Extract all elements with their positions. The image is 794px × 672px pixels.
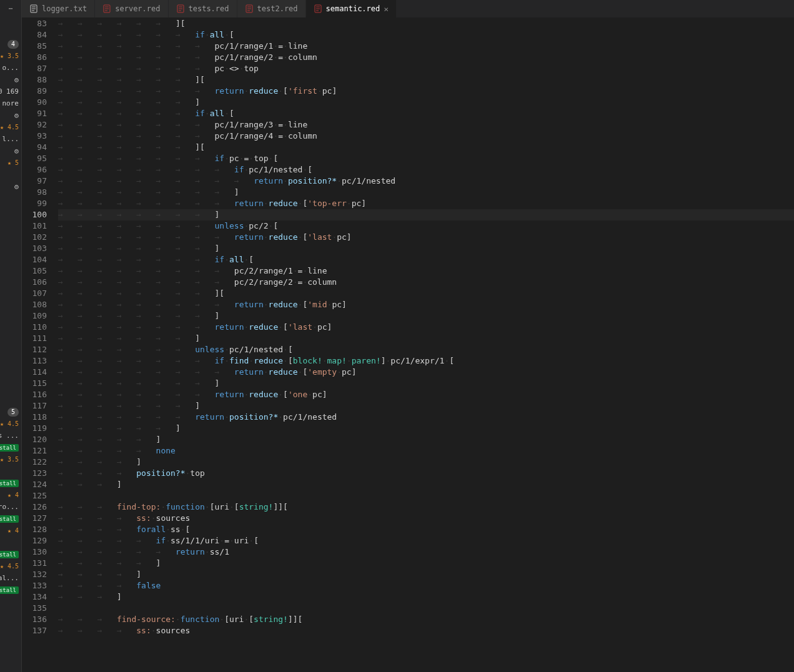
- code-line[interactable]: → → → → → → → → return·reduce·['first·pc…: [58, 86, 794, 97]
- code-line[interactable]: → → → → → → → → → return·reduce·['mid·pc…: [58, 299, 794, 310]
- code-line[interactable]: → → → → → → → → pc/1/range/3·=·line: [58, 119, 794, 131]
- code-line[interactable]: → → → → position?*·top: [58, 468, 794, 479]
- sidebar-row: [0, 26, 21, 38]
- code-line[interactable]: → → → → → → → → → return·reduce·['last·p…: [58, 232, 794, 243]
- sidebar-row: [0, 240, 21, 252]
- gear-icon[interactable]: ⚙: [14, 147, 19, 156]
- code-line[interactable]: → → → → → if·ss/1/1/uri·=·uri·[: [58, 535, 794, 546]
- code-line[interactable]: → → → → ss:·sources: [58, 513, 794, 524]
- gear-icon[interactable]: ⚙: [14, 76, 19, 84]
- code-line[interactable]: → → → → → → → ]: [58, 400, 794, 412]
- code-line[interactable]: → → → → → → → → if·all·[: [58, 254, 794, 265]
- sidebar-row[interactable]: Install: [0, 513, 21, 525]
- code-line[interactable]: → → → → → → return·ss/1: [58, 546, 794, 558]
- code-line[interactable]: → → → → → → → → pc/1/range/1·=·line: [58, 41, 794, 52]
- sidebar-row[interactable]: ★ 4.5: [0, 560, 21, 572]
- code-line[interactable]: → → → → → → → → → ]: [58, 187, 794, 198]
- line-number: 104: [27, 254, 47, 265]
- code-line[interactable]: → → → → → → → → if·find·reduce·[block!·m…: [58, 355, 794, 367]
- gear-icon[interactable]: ⚙: [14, 182, 19, 191]
- code-line[interactable]: [58, 603, 794, 614]
- code-line[interactable]: → → → → → → → if·all·[: [58, 108, 794, 119]
- code-content[interactable]: → → → → → → ][→ → → → → → → if·all·[→ → …: [58, 18, 794, 672]
- code-line[interactable]: → → → → ]: [58, 457, 794, 468]
- code-line[interactable]: → → → → → → → unless·pc/1/nested·[: [58, 344, 794, 355]
- code-line[interactable]: → → → → → → → → pc/1/range/4·=·column: [58, 131, 794, 142]
- sidebar-row[interactable]: Install: [0, 477, 21, 489]
- code-line[interactable]: → → → → → → → → unless·pc/2·[: [58, 220, 794, 232]
- sidebar-row: [0, 358, 21, 370]
- code-line[interactable]: → → → → → → → → ]: [58, 243, 794, 254]
- install-button[interactable]: Install: [0, 444, 19, 452]
- code-line[interactable]: → → → → → ]: [58, 434, 794, 445]
- code-line[interactable]: → → → → → → → → → if·pc/1/nested·[: [58, 164, 794, 175]
- code-line[interactable]: → → → → → → → ]: [58, 97, 794, 108]
- code-line[interactable]: → → → → → → ]: [58, 423, 794, 434]
- code-line[interactable]: → → → → → → → → return·reduce·['last·pc]: [58, 322, 794, 333]
- sidebar-row[interactable]: ★ 4: [0, 525, 21, 536]
- code-line[interactable]: → → → → → → → if·all·[: [58, 29, 794, 41]
- code-line[interactable]: → → → → → → → → → return·reduce·['empty·…: [58, 367, 794, 378]
- editor-tabs[interactable]: logger.txtserver.redtests.redtest2.redse…: [22, 0, 794, 18]
- gear-icon[interactable]: ⚙: [14, 111, 19, 120]
- code-line[interactable]: → → → → → → → → ]: [58, 310, 794, 322]
- sidebar-row[interactable]: ⚙: [0, 180, 21, 192]
- code-line[interactable]: → → → → → → → → return·reduce·['one·pc]: [58, 389, 794, 400]
- install-button[interactable]: Install: [0, 515, 19, 523]
- sidebar-row[interactable]: 4: [0, 38, 21, 50]
- code-line[interactable]: → → → → false: [58, 580, 794, 591]
- sidebar-row[interactable]: ⚙: [0, 74, 21, 86]
- code-line[interactable]: → → → → → → → → → pc/2/range/1·=·line: [58, 265, 794, 277]
- editor-tab[interactable]: semantic.red×: [306, 0, 397, 17]
- code-line[interactable]: → → → → → → → → ][: [58, 288, 794, 299]
- install-button[interactable]: Install: [0, 480, 19, 487]
- code-line[interactable]: → → → → → ]: [58, 558, 794, 569]
- sidebar-row[interactable]: ★ 4.5: [0, 121, 21, 133]
- sidebar-row[interactable]: 5: [0, 406, 21, 418]
- sidebar-row[interactable]: Install: [0, 548, 21, 560]
- close-icon[interactable]: ×: [384, 4, 389, 14]
- editor-tab[interactable]: tests.red: [169, 0, 237, 17]
- install-button[interactable]: Install: [0, 586, 19, 594]
- code-line[interactable]: → → → → → → ][: [58, 18, 794, 29]
- code-line[interactable]: → → → find-top:·function·[uri·[string!]]…: [58, 502, 794, 513]
- code-line[interactable]: → → → → → none: [58, 445, 794, 457]
- code-line[interactable]: → → → → forall·ss·[: [58, 524, 794, 535]
- code-line[interactable]: → → → → → → → → → return·reduce·['top-er…: [58, 198, 794, 209]
- code-line[interactable]: → → → ]: [58, 479, 794, 490]
- code-line[interactable]: → → → → → → → ]: [58, 333, 794, 344]
- sidebar-row[interactable]: ⚙: [0, 145, 21, 157]
- code-line[interactable]: → → → → → → → → pc·<>·top: [58, 63, 794, 74]
- sidebar-row[interactable]: ★ 4: [0, 489, 21, 501]
- code-editor[interactable]: 8384858687888990919293949596979899100101…: [22, 18, 794, 672]
- sidebar-row[interactable]: Install: [0, 584, 21, 596]
- code-line[interactable]: [58, 490, 794, 502]
- code-line[interactable]: → → → → → → → → ]: [58, 378, 794, 389]
- code-line[interactable]: → → → → → → → ][: [58, 74, 794, 86]
- code-line[interactable]: → → → → ss:·sources: [58, 625, 794, 636]
- code-line[interactable]: → → → → ]: [58, 569, 794, 580]
- editor-tab[interactable]: logger.txt: [22, 0, 95, 17]
- sidebar-row: [0, 465, 21, 477]
- code-line[interactable]: → → → find-source:·function·[uri·[string…: [58, 614, 794, 625]
- code-line[interactable]: → → → → → → → ][: [58, 142, 794, 153]
- sidebar-row[interactable]: ★ 3.5: [0, 453, 21, 465]
- code-line[interactable]: → → → → → → → → if·pc·=·top·[: [58, 153, 794, 164]
- extensions-sidebar[interactable]: ⋯4★ 3.5o...⚙0 169nore⚙★ 4.5), l...⚙★ 5⚙5…: [0, 0, 22, 672]
- code-line[interactable]: → → → ]: [58, 591, 794, 603]
- editor-tab[interactable]: server.red: [95, 0, 168, 17]
- sidebar-row[interactable]: ★ 5: [0, 157, 21, 169]
- more-icon[interactable]: ⋯: [0, 2, 21, 14]
- install-button[interactable]: Install: [0, 551, 19, 558]
- code-line[interactable]: → → → → → → → → → pc/2/range/2·=·column: [58, 277, 794, 288]
- editor-tab[interactable]: test2.red: [237, 0, 306, 17]
- tab-label: test2.red: [257, 4, 298, 13]
- code-line[interactable]: → → → → → → → return·position?*·pc/1/nes…: [58, 412, 794, 423]
- code-line[interactable]: → → → → → → → → → → return·position?*·pc…: [58, 175, 794, 187]
- code-line[interactable]: → → → → → → → → pc/1/range/2·=·column: [58, 52, 794, 63]
- sidebar-row[interactable]: ★ 4.5: [0, 418, 21, 430]
- sidebar-row[interactable]: ★ 3.5: [0, 50, 21, 62]
- code-line[interactable]: → → → → → → → → ]: [58, 209, 794, 220]
- sidebar-row[interactable]: Install: [0, 442, 21, 453]
- sidebar-row[interactable]: ⚙: [0, 109, 21, 121]
